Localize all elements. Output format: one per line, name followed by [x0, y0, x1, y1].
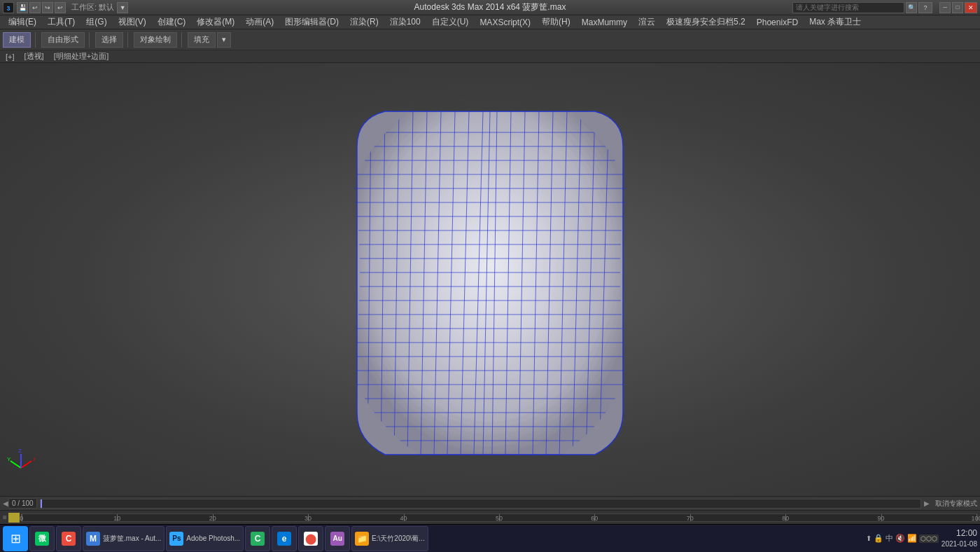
taskbar-app-photoshop[interactable]: Ps Adobe Photosh... [166, 526, 244, 551]
viewport-shading-btn[interactable]: [明细处理+边面] [51, 51, 112, 62]
timeline-bar[interactable] [40, 499, 921, 509]
key-indicator [8, 513, 20, 523]
undo2-icon[interactable]: ↩ [55, 2, 66, 13]
toolbar-fill-btn[interactable]: 填充 [188, 32, 216, 48]
scrubber-track[interactable]: 0 10 20 30 40 50 60 70 80 90 100 [21, 513, 977, 522]
toolbar-select-btn[interactable]: 选择 [95, 32, 123, 48]
edge-icon: e [277, 532, 291, 546]
menu-custom[interactable]: 自定义(U) [426, 15, 475, 29]
title-bar-left: 3 💾 ↩ ↪ ↩ 工作区: 默认 ▼ [3, 2, 128, 13]
minimize-button[interactable]: ─ [939, 2, 951, 13]
taskbar-app-au[interactable]: Au [325, 526, 350, 551]
photoshop-label: Adobe Photosh... [186, 534, 240, 542]
timeline-frame-display[interactable]: 0 / 100 [8, 498, 37, 509]
quick-access-icon[interactable]: 💾 [17, 2, 28, 13]
taskbar-app-wechat[interactable]: 微 [29, 526, 55, 551]
svg-line-48 [10, 461, 21, 468]
close-button[interactable]: ✕ [965, 2, 977, 13]
label-100: 100 [971, 515, 980, 522]
taskbar-app-browser[interactable]: C [56, 526, 81, 551]
menu-phoenixfd[interactable]: PhoenixFD [751, 16, 804, 29]
green-app-icon: C [251, 532, 265, 546]
taskbar-system-tray: ⬆ 🔒 中 🔇 📶 ⬡⬡⬡ 12:00 2021-01-08 [866, 528, 977, 548]
menu-tools[interactable]: 工具(T) [42, 15, 80, 29]
clock-date: 2021-01-08 [941, 539, 977, 548]
app-title: Autodesk 3ds Max 2014 x64 菠萝筐.max [414, 1, 566, 13]
timeline: ◀ 0 / 100 ▶ 取消专家模式 [0, 496, 980, 510]
help-icon[interactable]: ? [918, 2, 932, 13]
taskbar-clock[interactable]: 12:00 2021-01-08 [941, 528, 977, 548]
scrubber-icon: ≡ [3, 513, 7, 521]
taskbar-app-3dsmax[interactable]: M 菠萝筐.max - Aut... [83, 526, 164, 551]
search-input[interactable] [792, 2, 904, 13]
menu-maxmummy[interactable]: MaxMummy [576, 16, 633, 29]
menu-animate[interactable]: 动画(A) [240, 15, 279, 29]
toolbar-group-fill: 填充 ▾ [188, 32, 235, 48]
taskbar-app-chrome[interactable]: ⬤ [298, 526, 323, 551]
label-40: 40 [400, 515, 407, 522]
undo-icon[interactable]: ↩ [29, 2, 41, 13]
label-80: 80 [782, 515, 789, 522]
3dsmax-label: 菠萝筐.max - Aut... [103, 534, 161, 544]
tray-security: 🔒 [874, 534, 883, 543]
tray-extra: ⬡⬡⬡ [919, 534, 939, 543]
menu-render[interactable]: 渲染(R) [344, 15, 384, 29]
menu-antivirus[interactable]: Max 杀毒卫士 [804, 15, 867, 29]
title-bar: 3 💾 ↩ ↪ ↩ 工作区: 默认 ▼ Autodesk 3ds Max 201… [0, 0, 980, 15]
start-button[interactable]: ⊞ [3, 526, 28, 551]
label-70: 70 [687, 515, 694, 522]
menu-maxscript[interactable]: MAXScript(X) [474, 16, 536, 29]
toolbar-group-freeform: 自由形式 [41, 32, 90, 48]
viewport[interactable]: X Y Z [0, 63, 980, 496]
viewport-mode-btn[interactable]: [透视] [22, 51, 47, 62]
explorer-label: E:\天竹2020\葡... [372, 534, 425, 544]
viewport-plus-icon[interactable]: [+] [3, 53, 18, 61]
menu-bar: 编辑(E) 工具(T) 组(G) 视图(V) 创建(C) 修改器(M) 动画(A… [0, 15, 980, 29]
menu-compress[interactable]: 极速瘦身安全归档5.2 [661, 15, 751, 29]
menu-group[interactable]: 组(G) [80, 15, 112, 29]
menu-create[interactable]: 创建(C) [152, 15, 192, 29]
label-90: 90 [878, 515, 885, 522]
axis-indicator: X Y Z [7, 447, 35, 475]
menu-render100[interactable]: 渲染100 [384, 15, 426, 29]
mesh-viewport [315, 63, 665, 496]
main-area: X Y Z ◀ 0 / 100 ▶ 取消专家模式 ≡ 0 10 [0, 63, 980, 524]
label-0: 0 [20, 515, 23, 522]
svg-text:3: 3 [6, 5, 10, 12]
title-bar-right: 🔍 ? ─ □ ✕ [792, 2, 977, 13]
au-icon: Au [330, 532, 344, 546]
cancel-expert-mode[interactable]: 取消专家模式 [935, 499, 977, 509]
toolbar-paint-btn[interactable]: 对象绘制 [134, 32, 177, 48]
menu-help[interactable]: 帮助(H) [536, 15, 576, 29]
taskbar-app-green[interactable]: C [245, 526, 270, 551]
label-60: 60 [591, 515, 598, 522]
viewport-wrapper: X Y Z [0, 63, 980, 496]
menu-cloud[interactable]: 渲云 [633, 15, 661, 29]
taskbar-app-explorer[interactable]: 📁 E:\天竹2020\葡... [351, 526, 428, 551]
menu-view[interactable]: 视图(V) [113, 15, 152, 29]
taskbar-app-edge[interactable]: e [272, 526, 297, 551]
timeline-slider[interactable] [41, 499, 42, 508]
menu-graph-editor[interactable]: 图形编辑器(D) [279, 15, 344, 29]
show-hidden-icons[interactable]: ⬆ [866, 534, 872, 542]
svg-line-46 [21, 461, 31, 468]
timeline-arrow-right[interactable]: ▶ [924, 499, 930, 507]
menu-modify[interactable]: 修改器(M) [191, 15, 240, 29]
svg-text:Y: Y [7, 456, 11, 462]
svg-text:Z: Z [18, 448, 22, 454]
photoshop-icon: Ps [169, 532, 183, 546]
search-icon[interactable]: 🔍 [906, 2, 917, 13]
maximize-button[interactable]: □ [952, 2, 963, 13]
redo-icon[interactable]: ↪ [42, 2, 53, 13]
toolbar-group-paint: 对象绘制 [134, 32, 182, 48]
toolbar-fill-arrow[interactable]: ▾ [217, 32, 231, 48]
toolbar-modeling-btn[interactable]: 建模 [3, 32, 31, 48]
toolbar-freeform-btn[interactable]: 自由形式 [41, 32, 85, 48]
timeline-arrow-left[interactable]: ◀ [3, 499, 8, 507]
label-20: 20 [209, 515, 216, 522]
mesh-body [353, 104, 627, 462]
scrubber-row: ≡ 0 10 20 30 40 50 60 70 80 90 100 [0, 510, 980, 524]
menu-edit[interactable]: 编辑(E) [3, 15, 42, 29]
dropdown-icon[interactable]: ▼ [117, 2, 128, 13]
3dsmax-icon: M [86, 532, 100, 546]
